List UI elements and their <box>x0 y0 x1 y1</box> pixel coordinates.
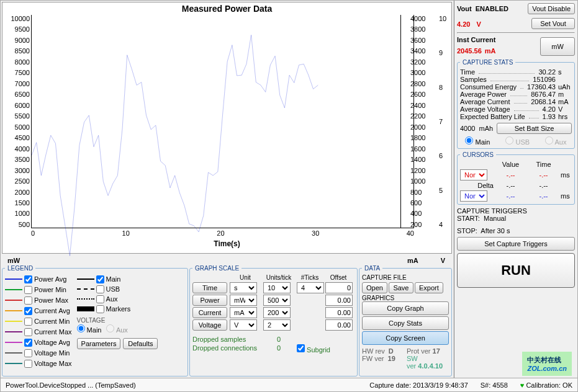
chart-title: Measured Power Data <box>2 2 451 15</box>
status-bar: PowerTool.DeviceStopped ... (TempSaved) … <box>1 378 577 391</box>
cursor2-select[interactable]: None <box>460 190 487 202</box>
set-triggers-button[interactable]: Set Capture Triggers <box>457 237 575 251</box>
run-button[interactable]: RUN <box>457 253 575 288</box>
set-batt-button[interactable]: Set Batt Size <box>497 123 572 134</box>
status-capture-date: Capture date: 2013/3/19 9:48:37 <box>369 381 467 389</box>
watermark: 中关村在线 ZOL.com.cn <box>522 352 572 376</box>
status-device: PowerTool.DeviceStopped ... (TempSaved) <box>6 381 136 389</box>
set-vout-button[interactable]: Set Vout <box>531 18 575 29</box>
status-serial: S#: 4558 <box>481 381 508 389</box>
heart-icon: ♥ <box>520 381 525 389</box>
export-button[interactable]: Export <box>415 282 443 293</box>
mw-button[interactable]: mW <box>540 37 575 56</box>
src-main-radio[interactable] <box>465 136 473 145</box>
vout-disable-button[interactable]: Vout Disable <box>528 3 575 14</box>
x-axis-label: Time(s) <box>2 239 451 248</box>
capture-stats-panel: CAPTURE STATS Time30.22sSamples151096Con… <box>457 59 575 149</box>
cursors-panel: CURSORS ValueTime None -.---.--ms Delta-… <box>457 151 575 205</box>
status-calibration: Calibration: OK <box>526 381 572 389</box>
chart-area: Measured Power Data 10000950090008500800… <box>2 2 452 254</box>
cursor1-select[interactable]: None <box>460 169 487 180</box>
